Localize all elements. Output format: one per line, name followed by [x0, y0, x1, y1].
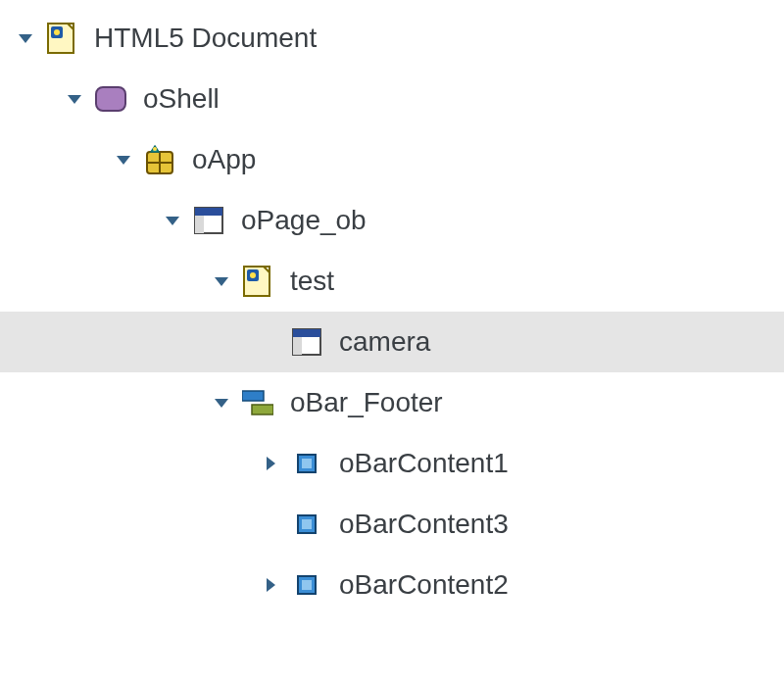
control-icon: [290, 447, 323, 480]
tree-item-obarcontent1[interactable]: oBarContent1: [0, 433, 784, 494]
tree-item-label: oPage_ob: [241, 207, 367, 234]
svg-rect-27: [252, 405, 273, 414]
tree-item-camera[interactable]: camera: [0, 312, 784, 372]
control-icon: [290, 508, 323, 541]
tree-item-oapp[interactable]: oApp: [0, 129, 784, 190]
svg-marker-28: [267, 457, 275, 470]
tree-item-test[interactable]: test: [0, 251, 784, 312]
control-icon: [290, 568, 323, 602]
tree-item-obar-footer[interactable]: oBar_Footer: [0, 372, 784, 433]
expand-toggle-icon[interactable]: [210, 269, 233, 293]
tree-item-label: HTML5 Document: [94, 24, 317, 52]
expand-toggle-icon[interactable]: [210, 391, 233, 414]
toolbar-icon: [241, 386, 274, 419]
svg-marker-0: [19, 34, 32, 43]
expand-toggle-icon[interactable]: [63, 87, 86, 111]
svg-rect-32: [302, 519, 312, 529]
svg-rect-15: [195, 208, 222, 216]
svg-rect-16: [195, 216, 204, 233]
tree-item-label: oBar_Footer: [290, 389, 443, 416]
document-icon: [241, 265, 274, 298]
tree-item-opage[interactable]: oPage_ob: [0, 190, 784, 251]
svg-rect-30: [302, 459, 312, 468]
expand-toggle-icon[interactable]: [112, 148, 135, 171]
svg-marker-33: [267, 578, 275, 592]
svg-marker-25: [215, 399, 228, 408]
svg-marker-17: [215, 277, 228, 286]
svg-point-21: [250, 272, 256, 278]
tree-item-oshell[interactable]: oShell: [0, 69, 784, 129]
svg-rect-26: [242, 391, 264, 401]
expand-toggle-icon[interactable]: [259, 573, 282, 597]
document-icon: [45, 22, 78, 55]
tree-item-label: oBarContent1: [339, 450, 509, 477]
tree-item-html5-document[interactable]: HTML5 Document: [0, 8, 784, 69]
svg-point-12: [153, 147, 157, 151]
svg-rect-24: [293, 337, 302, 355]
object-tree: HTML5 Document oShell oApp: [0, 0, 784, 615]
tree-item-label: oApp: [192, 146, 256, 173]
tree-item-label: oBarContent3: [339, 511, 509, 538]
svg-rect-35: [302, 580, 312, 590]
tree-item-label: oShell: [143, 85, 220, 113]
tree-item-obarcontent2[interactable]: oBarContent2: [0, 555, 784, 615]
svg-marker-13: [166, 217, 179, 225]
tree-item-label: oBarContent2: [339, 571, 509, 599]
svg-rect-6: [96, 87, 125, 111]
tree-item-obarcontent3[interactable]: oBarContent3: [0, 494, 784, 555]
svg-marker-5: [68, 95, 81, 104]
container-icon: [94, 82, 127, 116]
expand-toggle-icon[interactable]: [161, 209, 184, 232]
svg-rect-23: [293, 329, 320, 337]
svg-point-4: [54, 29, 60, 35]
app-package-icon: [143, 143, 176, 176]
page-layout-icon: [290, 325, 323, 359]
expand-toggle-icon[interactable]: [14, 26, 37, 50]
tree-item-label: camera: [339, 328, 430, 356]
svg-marker-7: [117, 156, 130, 165]
expand-toggle-icon[interactable]: [259, 452, 282, 475]
page-layout-icon: [192, 204, 225, 237]
tree-item-label: test: [290, 268, 334, 295]
